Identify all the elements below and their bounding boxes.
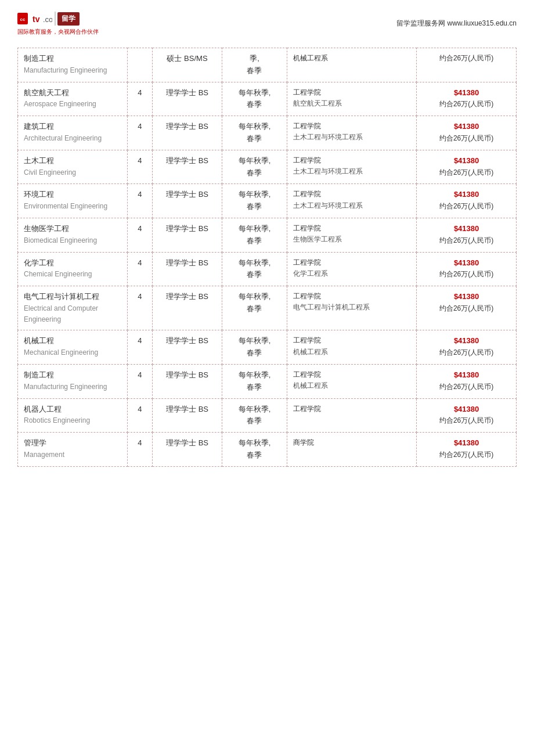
season-cell: 每年秋季,春季 — [222, 252, 287, 286]
price-usd: $41380 — [423, 121, 510, 133]
degree-cell: 理学学士 BS — [152, 116, 222, 150]
price-cny: 约合26万(人民币) — [423, 99, 510, 110]
degree-cell: 理学学士 BS — [152, 150, 222, 184]
program-zh: 土木工程 — [24, 155, 121, 167]
program-name-cell: 电气工程与计算机工程Electrical and Computer Engine… — [18, 286, 128, 330]
years-cell: 4 — [127, 286, 152, 330]
price-cny: 约合26万(人民币) — [423, 381, 510, 393]
years-cell — [127, 48, 152, 82]
divider-icon — [55, 12, 56, 26]
program-name-cell: 机械工程Mechanical Engineering — [18, 330, 128, 365]
degree-cell: 硕士 BS/MS — [152, 48, 222, 82]
program-en: Electrical and Computer Engineering — [24, 303, 121, 325]
program-name-cell: 航空航天工程Aerospace Engineering — [18, 82, 128, 116]
years-cell: 4 — [127, 150, 152, 184]
dept-main: 商学院 — [293, 437, 410, 448]
logo-block: cc tv .com 留学 国际教育服务，央视网合作伙伴 — [17, 10, 99, 36]
price-cell: $41380约合26万(人民币) — [417, 330, 517, 365]
table-row: 航空航天工程Aerospace Engineering4理学学士 BS每年秋季,… — [18, 82, 517, 116]
dept-cell: 工程学院土木工程与环境工程系 — [287, 150, 416, 184]
program-name-cell: 机器人工程Robotics Engineering — [18, 398, 128, 433]
dept-cell: 工程学院机械工程系 — [287, 330, 416, 365]
dept-main: 工程学院 — [293, 257, 410, 268]
season-cell: 每年秋季,春季 — [222, 82, 287, 116]
season-cell: 每年秋季,春季 — [222, 433, 287, 467]
dept-cell: 工程学院航空航天工程系 — [287, 82, 416, 116]
program-zh: 机械工程 — [24, 335, 121, 347]
dept-sub: 化学工程系 — [293, 268, 410, 279]
dept-cell: 工程学院生物医学工程系 — [287, 218, 416, 252]
price-cny: 约合26万(人民币) — [423, 53, 510, 64]
dept-main: 工程学院 — [293, 291, 410, 302]
price-cell: $41380约合26万(人民币) — [417, 184, 517, 218]
price-cell: $41380约合26万(人民币) — [417, 218, 517, 252]
dept-cell: 工程学院机械工程系 — [287, 364, 416, 398]
season-cell: 季,春季 — [222, 48, 287, 82]
dept-main: 工程学院 — [293, 404, 410, 415]
degree-cell: 理学学士 BS — [152, 82, 222, 116]
price-cell: $41380约合26万(人民币) — [417, 364, 517, 398]
table-row: 管理学Management4理学学士 BS每年秋季,春季商学院$41380约合2… — [18, 433, 517, 467]
price-usd: $41380 — [423, 437, 510, 449]
season-cell: 每年秋季,春季 — [222, 364, 287, 398]
price-cell: $41380约合26万(人民币) — [417, 286, 517, 330]
program-zh: 建筑工程 — [24, 121, 121, 133]
degree-cell: 理学学士 BS — [152, 330, 222, 365]
table-row: 制造工程Manufacturing Engineering硕士 BS/MS季,春… — [18, 48, 517, 82]
table-row: 化学工程Chemical Engineering4理学学士 BS每年秋季,春季工… — [18, 252, 517, 286]
price-cell: $41380约合26万(人民币) — [417, 252, 517, 286]
program-name-cell: 环境工程Environmental Engineering — [18, 184, 128, 218]
program-name-cell: 化学工程Chemical Engineering — [18, 252, 128, 286]
season-cell: 每年秋季,春季 — [222, 116, 287, 150]
program-name-cell: 生物医学工程Biomedical Engineering — [18, 218, 128, 252]
price-usd: $41380 — [423, 189, 510, 201]
dept-cell: 工程学院化学工程系 — [287, 252, 416, 286]
dept-main: 机械工程系 — [293, 53, 410, 64]
price-cell: $41380约合26万(人民币) — [417, 433, 517, 467]
degree-cell: 理学学士 BS — [152, 218, 222, 252]
years-cell: 4 — [127, 184, 152, 218]
price-cny: 约合26万(人民币) — [423, 133, 510, 144]
price-cny: 约合26万(人民币) — [423, 201, 510, 212]
price-cny: 约合26万(人民币) — [423, 449, 510, 460]
table-row: 制造工程Manufacturing Engineering4理学学士 BS每年秋… — [18, 364, 517, 398]
table-row: 机械工程Mechanical Engineering4理学学士 BS每年秋季,春… — [18, 330, 517, 365]
dept-main: 工程学院 — [293, 87, 410, 98]
svg-text:.com: .com — [43, 15, 52, 24]
site-info: 留学监理服务网 www.liuxue315.edu.cn — [396, 19, 517, 28]
liuxue-badge: 留学 — [57, 12, 80, 26]
dept-sub: 航空航天工程系 — [293, 98, 410, 109]
program-zh: 生物医学工程 — [24, 223, 121, 235]
program-en: Mechanical Engineering — [24, 347, 121, 358]
dept-cell: 工程学院 — [287, 398, 416, 433]
dept-sub: 土木工程与环境工程系 — [293, 166, 410, 177]
logo-subtitle: 国际教育服务，央视网合作伙伴 — [17, 28, 99, 36]
season-cell: 每年秋季,春季 — [222, 286, 287, 330]
programs-table: 制造工程Manufacturing Engineering硕士 BS/MS季,春… — [17, 48, 517, 467]
dept-sub: 电气工程与计算机工程系 — [293, 302, 410, 313]
program-zh: 制造工程 — [24, 53, 121, 65]
season-cell: 每年秋季,春季 — [222, 184, 287, 218]
program-zh: 环境工程 — [24, 189, 121, 201]
program-name-cell: 制造工程Manufacturing Engineering — [18, 364, 128, 398]
dept-cell: 工程学院土木工程与环境工程系 — [287, 184, 416, 218]
price-usd: $41380 — [423, 257, 510, 269]
dept-cell: 机械工程系 — [287, 48, 416, 82]
table-row: 生物医学工程Biomedical Engineering4理学学士 BS每年秋季… — [18, 218, 517, 252]
program-zh: 管理学 — [24, 437, 121, 449]
years-cell: 4 — [127, 116, 152, 150]
program-zh: 机器人工程 — [24, 404, 121, 416]
price-cell: 约合26万(人民币) — [417, 48, 517, 82]
table-row: 环境工程Environmental Engineering4理学学士 BS每年秋… — [18, 184, 517, 218]
years-cell: 4 — [127, 218, 152, 252]
table-row: 机器人工程Robotics Engineering4理学学士 BS每年秋季,春季… — [18, 398, 517, 433]
program-name-cell: 土木工程Civil Engineering — [18, 150, 128, 184]
dept-main: 工程学院 — [293, 121, 410, 132]
season-cell: 每年秋季,春季 — [222, 150, 287, 184]
years-cell: 4 — [127, 364, 152, 398]
degree-cell: 理学学士 BS — [152, 286, 222, 330]
degree-cell: 理学学士 BS — [152, 184, 222, 218]
season-cell: 每年秋季,春季 — [222, 398, 287, 433]
dept-main: 工程学院 — [293, 369, 410, 380]
price-cny: 约合26万(人民币) — [423, 347, 510, 358]
